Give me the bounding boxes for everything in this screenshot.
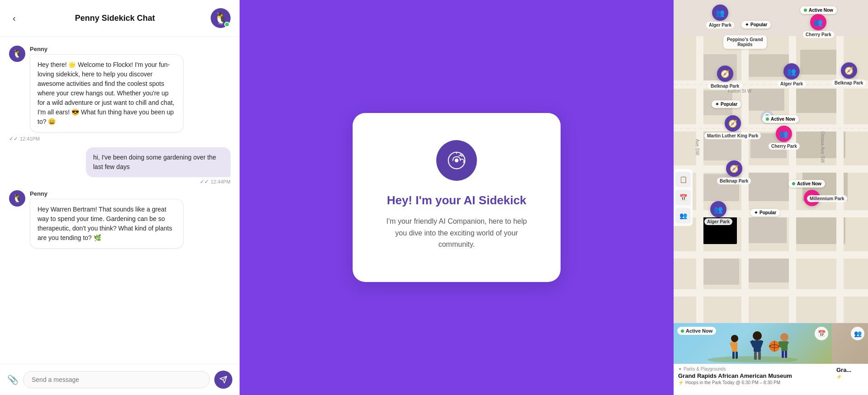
pin-circle-belknap-right[interactable]: 🧭 [841,62,857,79]
bot-bubble-3: Hey Warren Bertram! That sounds like a g… [30,199,184,249]
svg-rect-20 [748,258,791,282]
peppinos-label-container[interactable]: Peppino's GrandRapids [723,35,767,49]
pin-cherry-park-top[interactable]: Active Now 👥 Cherry Park [800,6,837,38]
svg-rect-9 [796,86,841,113]
svg-rect-38 [732,352,735,359]
pin-label-belknap-lower: Belknap Park [717,178,751,184]
pin-alger-mid[interactable]: 👥 Alger Park [778,63,806,87]
send-button[interactable] [214,371,232,389]
message-input[interactable] [23,371,210,388]
pin-circle-alger-lower[interactable]: 👥 [710,201,726,217]
online-indicator [224,22,230,27]
pin-alger-top[interactable]: 👥 Alger Park [706,5,734,28]
pin-circle-mlk[interactable]: 🧭 [725,115,741,132]
attach-button[interactable]: 📎 [7,374,19,385]
message-row-2: hi, I've been doing some gardening over … [9,147,231,185]
svg-rect-17 [746,216,787,243]
map-action-calendar[interactable]: 📅 [675,190,691,205]
event-active-badge-1: Active Now [677,327,716,335]
event-card-2[interactable]: 👥 Gra... ⚡ [832,323,868,395]
popular-star-mid: ✦ [715,102,719,107]
event-card-img-1: Active Now 📅 [674,323,832,364]
popular-badge-mid: ✦ Popular [712,100,741,108]
active-now-label-mid: Active Now [771,117,795,122]
svg-rect-19 [701,258,739,285]
pin-alger-lower[interactable]: 👥 Alger Park [704,201,732,225]
active-dot-mid [766,118,769,121]
msg-meta-1: ✓✓ 12:41PM [9,136,231,142]
svg-rect-44 [754,352,757,360]
msg-time-1: 12:41PM [20,136,40,141]
street-label-ottawa: Ottawa Ave SW [820,132,825,163]
ai-sidekick-icon [445,149,468,172]
back-button[interactable]: ‹ [9,11,19,25]
pin-circle-alger-mid[interactable]: 👥 [783,63,800,80]
chat-panel: ‹ Penny Sidekick Chat 🐧 🐧 Penny Hey ther… [0,0,240,395]
popular-pin-lower[interactable]: ✦ Popular [750,209,780,216]
active-now-badge-mid: Active Now [762,115,799,123]
message-sender-row-1: 🐧 Penny Hey there! 🌟 Welcome to Flockx! … [9,46,231,132]
active-now-label: Active Now [809,8,833,13]
pin-label-millennium: Millennium Park [807,195,847,202]
event-time-label-1: Hoops in the Park Today @ 6:30 PM – 8:30… [685,380,780,385]
sidekick-title-plain: Hey! I'm your [387,193,464,207]
svg-rect-39 [736,352,738,359]
map-bottom-events: Active Now 📅 ✦ Parks & Playgrounds Grand… [674,323,868,395]
pin-belknap-right[interactable]: 🧭 Belknap Park [832,62,866,86]
lightning-icon: ⚡ [678,380,684,385]
pin-mlk[interactable]: 🧭 Martin Luther King Park [704,115,761,139]
event-active-dot-1 [681,329,684,333]
card-people-icon-2[interactable]: 👥 [851,327,864,340]
active-now-pin-mid[interactable]: Active Now [762,115,799,123]
penny-avatar-wrap: 🐧 [211,8,231,28]
chat-title: Penny Sidekick Chat [25,14,205,23]
pin-belknap-lower[interactable]: 🧭 Belknap Park [717,160,751,184]
map-action-group[interactable]: 👥 [675,208,691,223]
bot-bubble-1: Hey there! 🌟 Welcome to Flockx! I'm your… [30,54,184,132]
event-active-label-1: Active Now [686,328,712,334]
pin-circle-cherry-mid[interactable]: 👥 [776,126,792,142]
map-panel: Fulton St W Ottawa Ave SW Ave SW Active … [674,0,868,395]
penny-msg-avatar-1: 🐧 [9,46,25,62]
street-label-ave-sw: Ave SW [695,139,700,155]
active-now-pin-lower[interactable]: Active Now [788,180,825,188]
active-now-label-lower: Active Now [797,181,821,186]
event-name-2: Gra... [836,367,863,373]
map-background[interactable]: Fulton St W Ottawa Ave SW Ave SW Active … [674,0,868,395]
active-dot [804,9,807,12]
map-action-notes[interactable]: 📋 [675,172,691,187]
send-icon [219,376,227,384]
popular-label-top: Popular [750,22,767,27]
event-card-body-1: ✦ Parks & Playgrounds Grand Rapids Afric… [674,364,832,388]
parks-icon: ✦ [678,367,682,371]
sidekick-title-highlight: AI Sidekick [464,193,527,207]
popular-pin-top[interactable]: ✦ Popular [741,21,771,28]
penny-msg-avatar-3: 🐧 [9,190,25,207]
pin-belknap-1[interactable]: 🧭 Belknap Park [708,66,742,89]
popular-star-lower: ✦ [754,210,758,215]
pin-circle-belknap-1[interactable]: 🧭 [717,66,733,82]
msg-time-2: 12:44PM [211,179,231,184]
pin-label-cherry-top: Cherry Park [803,31,834,38]
pin-cherry-top[interactable]: 👥 [810,14,826,30]
card-calendar-icon-1[interactable]: 📅 [815,327,828,340]
event-name-1: Grand Rapids African American Museum [678,372,827,379]
event-card-img-2: 👥 [832,323,868,364]
pin-circle-belknap-lower[interactable]: 🧭 [726,160,742,177]
read-check-2: ✓✓ [200,179,209,185]
pin-circle-alger-top[interactable]: 👥 [712,5,728,21]
event-category-1: ✦ Parks & Playgrounds [678,367,827,371]
event-card-body-2: Gra... ⚡ [832,364,868,382]
read-check-1: ✓✓ [9,136,18,142]
svg-point-48 [780,333,788,341]
active-now-badge-cherry: Active Now [800,6,837,14]
pin-cherry-mid[interactable]: 👥 Cherry Park [769,126,800,150]
event-card-1[interactable]: Active Now 📅 ✦ Parks & Playgrounds Grand… [674,323,832,395]
svg-rect-52 [782,351,784,358]
msg-meta-2: ✓✓ 12:44PM [200,179,231,185]
sender-name-3: Penny [30,190,184,197]
sidekick-card: Hey! I'm your AI Sidekick I'm your frien… [353,113,561,282]
pin-millennium[interactable]: Millennium Park [807,194,847,202]
popular-pin-mid[interactable]: ✦ Popular [712,100,741,108]
map-sidebar-icons: 📋 📅 👥 [674,169,693,226]
